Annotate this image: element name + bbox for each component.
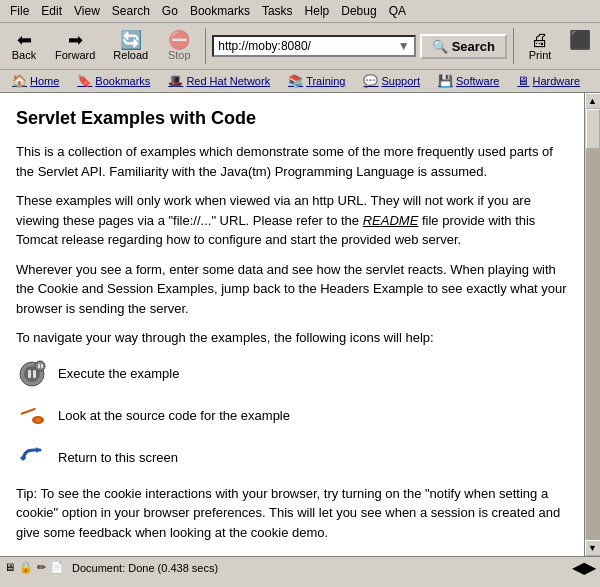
status-icon-3: ✏ (37, 561, 46, 574)
tab-hardware[interactable]: 🖥 Hardware (509, 72, 588, 90)
status-nav-right[interactable]: ▶ (584, 558, 596, 577)
forward-label: Forward (55, 49, 95, 61)
examples-table: Hello World Execute (16, 552, 568, 556)
address-input[interactable] (218, 39, 396, 53)
status-icon-1: 🖥 (4, 561, 15, 574)
return-icon-img (16, 442, 48, 474)
legend-source: Look at the source code for the example (16, 400, 568, 432)
scroll-down-button[interactable]: ▼ (585, 540, 601, 556)
bookmark-icon: 🔖 (77, 74, 92, 88)
dropdown-icon[interactable]: ▼ (398, 39, 410, 53)
tab-bookmarks[interactable]: 🔖 Bookmarks (69, 72, 158, 90)
forward-button[interactable]: ➡ Forward (48, 28, 102, 64)
print-button[interactable]: 🖨 Print (520, 28, 560, 64)
menu-debug[interactable]: Debug (335, 2, 382, 20)
menu-go[interactable]: Go (156, 2, 184, 20)
menu-file[interactable]: File (4, 2, 35, 20)
page-title: Servlet Examples with Code (16, 105, 568, 132)
menu-tasks[interactable]: Tasks (256, 2, 299, 20)
status-icon-2: 🔒 (19, 561, 33, 574)
redhat-icon: 🎩 (168, 74, 183, 88)
menu-bookmarks[interactable]: Bookmarks (184, 2, 256, 20)
search-icon: 🔍 (432, 39, 448, 54)
status-bar: 🖥 🔒 ✏ 📄 Document: Done (0.438 secs) ◀ ▶ (0, 556, 600, 578)
legend-return: Return to this screen (16, 442, 568, 474)
back-button[interactable]: ⬅ Back (4, 28, 44, 64)
execute-icon-img (16, 358, 48, 390)
tab-redhat-label: Red Hat Network (186, 75, 270, 87)
search-button[interactable]: 🔍 Search (420, 34, 507, 59)
forward-icon: ➡ (68, 31, 83, 49)
legend-source-text: Look at the source code for the example (58, 406, 290, 426)
tab-software[interactable]: 💾 Software (430, 72, 507, 90)
status-nav-left[interactable]: ◀ (572, 558, 584, 577)
table-row: Hello World Execute (16, 552, 568, 556)
training-icon: 📚 (288, 74, 303, 88)
paragraph-4: To navigate your way through the example… (16, 328, 568, 348)
toolbar-separator (205, 28, 206, 64)
stop-button[interactable]: ⛔ Stop (159, 28, 199, 64)
svg-rect-7 (20, 407, 36, 414)
menu-help[interactable]: Help (299, 2, 336, 20)
tab-training-label: Training (306, 75, 345, 87)
tab-software-label: Software (456, 75, 499, 87)
more-icon: ⬛ (569, 29, 591, 51)
support-icon: 💬 (363, 74, 378, 88)
content-wrapper: Servlet Examples with Code This is a col… (0, 93, 600, 556)
svg-point-9 (35, 418, 41, 422)
scrollbar-thumb[interactable] (586, 109, 600, 149)
tab-support[interactable]: 💬 Support (355, 72, 428, 90)
status-icon-4: 📄 (50, 561, 64, 574)
tab-hardware-label: Hardware (532, 75, 580, 87)
menu-bar: File Edit View Search Go Bookmarks Tasks… (0, 0, 600, 23)
search-label: Search (452, 39, 495, 54)
menu-edit[interactable]: Edit (35, 2, 68, 20)
status-text: Document: Done (0.438 secs) (72, 562, 218, 574)
stop-label: Stop (168, 49, 191, 61)
address-bar: ▼ (212, 35, 415, 57)
tab-bookmarks-label: Bookmarks (95, 75, 150, 87)
paragraph-1: This is a collection of examples which d… (16, 142, 568, 181)
tab-home[interactable]: 🏠 Home (4, 72, 67, 90)
menu-view[interactable]: View (68, 2, 106, 20)
reload-icon: 🔄 (120, 31, 142, 49)
print-label: Print (529, 49, 552, 61)
scroll-up-button[interactable]: ▲ (585, 93, 601, 109)
reload-button[interactable]: 🔄 Reload (106, 28, 155, 64)
tab-home-label: Home (30, 75, 59, 87)
example-execute-0: Execute (237, 552, 403, 556)
paragraph-3: Wherever you see a form, enter some data… (16, 260, 568, 319)
source-icon-img (16, 400, 48, 432)
scrollbar: ▲ ▼ (584, 93, 600, 556)
back-icon: ⬅ (17, 31, 32, 49)
tab-training[interactable]: 📚 Training (280, 72, 353, 90)
toolbar-separator2 (513, 28, 514, 64)
home-icon: 🏠 (12, 74, 27, 88)
legend-execute-text: Execute the example (58, 364, 179, 384)
svg-rect-6 (41, 364, 43, 368)
paragraph-2: These examples will only work when viewe… (16, 191, 568, 250)
hardware-icon: 🖥 (517, 74, 529, 88)
menu-qa[interactable]: QA (383, 2, 412, 20)
scrollbar-track[interactable] (586, 109, 600, 540)
svg-rect-2 (28, 370, 31, 378)
print-icon: 🖨 (531, 31, 549, 49)
legend-return-text: Return to this screen (58, 448, 178, 468)
menu-search[interactable]: Search (106, 2, 156, 20)
more-button[interactable]: ⬛ (564, 26, 596, 66)
reload-label: Reload (113, 49, 148, 61)
stop-icon: ⛔ (168, 31, 190, 49)
readme-link[interactable]: README (363, 213, 419, 228)
tab-support-label: Support (381, 75, 420, 87)
legend-execute: Execute the example (16, 358, 568, 390)
svg-rect-5 (38, 364, 40, 368)
toolbar: ⬅ Back ➡ Forward 🔄 Reload ⛔ Stop ▼ 🔍 Sea… (0, 23, 600, 70)
example-name-0: Hello World (16, 552, 237, 556)
svg-rect-3 (33, 370, 36, 378)
tip-text: Tip: To see the cookie interactions with… (16, 484, 568, 543)
tab-redhat[interactable]: 🎩 Red Hat Network (160, 72, 278, 90)
software-icon: 💾 (438, 74, 453, 88)
nav-tabs: 🏠 Home 🔖 Bookmarks 🎩 Red Hat Network 📚 T… (0, 70, 600, 93)
content-area[interactable]: Servlet Examples with Code This is a col… (0, 93, 584, 556)
back-label: Back (12, 49, 36, 61)
